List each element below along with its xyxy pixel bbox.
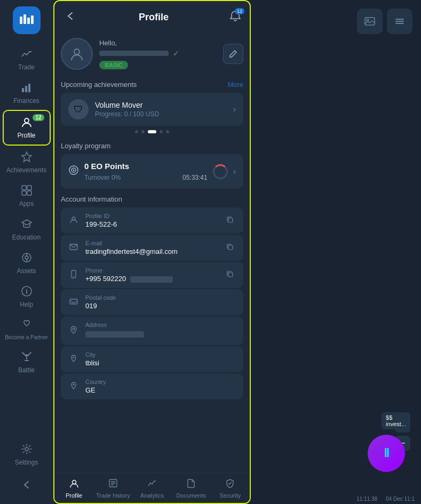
bottom-nav-analytics[interactable]: Analytics xyxy=(132,473,171,503)
menu-icon-button[interactable] xyxy=(387,9,412,34)
city-label: City xyxy=(85,351,236,358)
sidebar-item-label-finances: Finances xyxy=(13,97,39,105)
hello-text: Hello, xyxy=(99,39,217,47)
price-label: invest... xyxy=(386,421,406,427)
bottom-trade-history-icon xyxy=(108,478,118,491)
loyalty-section-header: Loyalty program xyxy=(61,142,243,150)
achievements-more-link[interactable]: More xyxy=(227,81,243,89)
battle-icon xyxy=(21,351,33,364)
sidebar-item-label-battle: Battle xyxy=(18,366,35,374)
top-right-icons xyxy=(357,9,412,34)
svg-text:i: i xyxy=(26,287,28,295)
sidebar: Trade Finances 12 Profile Achievement xyxy=(0,0,53,504)
bottom-nav-label-analytics: Analytics xyxy=(140,492,164,499)
profile-badge: 12 xyxy=(33,114,44,121)
sidebar-item-achievements[interactable]: Achievements xyxy=(3,146,51,179)
svg-rect-27 xyxy=(228,218,233,222)
sidebar-item-battle[interactable]: Battle xyxy=(3,346,51,379)
edit-button[interactable] xyxy=(223,44,243,64)
info-card-email: E-mail tradingfindertest4@gmail.com xyxy=(61,235,243,261)
loyalty-section-title: Loyalty program xyxy=(61,142,110,150)
profile-id-content: Profile ID 199-522-6 xyxy=(85,213,218,228)
username-bar xyxy=(99,51,169,56)
profile-id-copy[interactable] xyxy=(224,214,236,227)
svg-rect-32 xyxy=(228,273,233,277)
dot-4 xyxy=(160,130,163,133)
address-icon xyxy=(68,325,79,336)
time-display: 11:11:38 xyxy=(356,496,377,502)
sidebar-item-apps[interactable]: Apps xyxy=(3,179,51,213)
sidebar-item-profile[interactable]: 12 Profile xyxy=(3,110,51,146)
phone-copy[interactable] xyxy=(224,268,236,282)
svg-point-34 xyxy=(73,328,75,330)
panel-header: Profile 12 xyxy=(54,1,250,34)
svg-point-20 xyxy=(26,354,28,356)
price-value: $$ xyxy=(386,414,406,421)
postal-content: Postal code 019 xyxy=(85,294,236,310)
bottom-nav-profile[interactable]: Profile xyxy=(54,473,93,503)
profile-id-label: Profile ID xyxy=(85,213,218,219)
svg-rect-9 xyxy=(22,186,26,190)
bottom-analytics-icon xyxy=(147,478,157,491)
svg-rect-11 xyxy=(22,191,26,195)
trade-icon xyxy=(21,48,33,61)
sidebar-item-label-education: Education xyxy=(12,234,41,241)
email-icon xyxy=(68,243,79,253)
achievements-section-header: Upcoming achievements More xyxy=(61,81,243,89)
achievements-icon xyxy=(21,151,33,164)
sidebar-item-partner[interactable]: Become a Partner xyxy=(3,314,51,346)
dot-5 xyxy=(166,130,169,133)
sidebar-item-help[interactable]: i Help xyxy=(3,280,51,314)
account-section: Account information Profile ID 199-522-6 xyxy=(61,195,243,399)
date-display: 04 Dec 11:1 xyxy=(386,496,415,502)
info-card-profile-id: Profile ID 199-522-6 xyxy=(61,207,243,234)
bottom-nav-documents[interactable]: Documents xyxy=(172,473,211,503)
achievement-card[interactable]: 🛡 Volume Mover Progress: 0 / 100 USD › xyxy=(61,93,243,126)
svg-point-22 xyxy=(74,49,80,54)
sidebar-item-finances[interactable]: Finances xyxy=(3,76,51,110)
sidebar-item-trade[interactable]: Trade xyxy=(3,43,51,76)
finances-icon xyxy=(21,82,33,95)
svg-point-35 xyxy=(73,356,75,358)
svg-marker-8 xyxy=(22,152,31,162)
sidebar-item-education[interactable]: Education xyxy=(3,213,51,246)
avatar xyxy=(61,38,93,70)
loyalty-card[interactable]: 0 EO Points Turnover 0% 05:33:41 › xyxy=(61,154,243,189)
panel-body: Hello, ✓ BASIC Upcoming achievements Mor… xyxy=(54,34,250,473)
address-label: Address xyxy=(85,322,236,328)
address-blur xyxy=(85,331,144,338)
email-copy[interactable] xyxy=(224,241,236,254)
sidebar-item-assets[interactable]: Assets xyxy=(3,246,51,280)
postal-icon xyxy=(68,297,79,308)
phone-icon xyxy=(68,270,79,281)
sidebar-item-label-profile: Profile xyxy=(17,132,35,139)
loyalty-info: 0 EO Points Turnover 0% 05:33:41 xyxy=(84,162,208,181)
account-section-header: Account information xyxy=(61,195,243,203)
bottom-nav-label-trade-history: Trade history xyxy=(96,492,130,499)
bottom-nav-security[interactable]: Security xyxy=(211,473,250,503)
info-card-address: Address xyxy=(61,316,243,345)
username-row: ✓ xyxy=(99,49,217,58)
partner-icon xyxy=(21,319,33,332)
notification-badge: 12 xyxy=(235,8,244,14)
bottom-nav-label-profile: Profile xyxy=(66,492,82,499)
phone-content: Phone +995 592220 xyxy=(85,267,218,283)
sidebar-item-settings[interactable]: Settings xyxy=(3,438,51,471)
back-button[interactable] xyxy=(63,9,78,26)
sidebar-item-label-achievements: Achievements xyxy=(6,166,46,174)
notification-button[interactable]: 12 xyxy=(229,10,241,25)
bottom-nav-trade-history[interactable]: Trade history xyxy=(93,473,132,503)
phone-value: +995 592220 xyxy=(85,275,126,283)
svg-point-31 xyxy=(73,276,74,277)
email-content: E-mail tradingfindertest4@gmail.com xyxy=(85,240,218,255)
svg-point-21 xyxy=(25,447,28,451)
sidebar-item-back[interactable] xyxy=(3,474,51,498)
email-label: E-mail xyxy=(85,240,218,246)
sidebar-logo[interactable] xyxy=(13,6,41,34)
phone-blur xyxy=(130,276,173,283)
bottom-profile-icon xyxy=(69,478,79,491)
svg-rect-12 xyxy=(27,191,31,195)
gallery-icon-button[interactable] xyxy=(357,9,383,34)
phone-label: Phone xyxy=(85,267,218,274)
svg-rect-4 xyxy=(22,88,24,92)
